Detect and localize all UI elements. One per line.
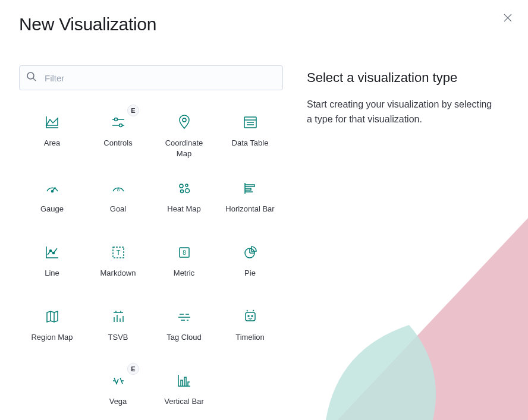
svg-text:8: 8 [183,250,186,256]
svg-point-10 [185,189,189,193]
viz-timelion[interactable]: Timelion [217,301,283,356]
controls-icon [109,113,128,132]
viz-label: Data Table [232,138,269,149]
viz-label: TSVB [108,332,128,343]
filter-wrap [19,65,283,90]
svg-point-19 [248,315,249,317]
instructions-heading: Select a visualization type [307,70,509,86]
vertical-bar-icon [175,371,194,390]
viz-tsvb[interactable]: TSVB [85,301,151,356]
viz-label: Vega [109,396,127,407]
viz-heat-map[interactable]: Heat Map [151,173,217,228]
gauge-icon [43,179,62,198]
viz-markdown[interactable]: T Markdown [85,237,151,292]
viz-label: Controls [103,138,132,149]
close-icon [504,14,512,22]
timelion-icon [241,307,260,326]
tag-cloud-icon [175,307,194,326]
viz-metric[interactable]: 8 Metric [151,237,217,292]
map-pin-icon [175,113,194,132]
viz-vega[interactable]: E Vega [85,365,151,420]
heatmap-icon [175,179,194,198]
svg-point-7 [180,184,183,188]
experimental-badge: E [127,363,139,375]
viz-label: Gauge [40,204,64,214]
svg-point-1 [114,118,117,121]
viz-tag-cloud[interactable]: Tag Cloud [151,301,217,356]
svg-point-20 [252,315,253,317]
data-table-icon [241,113,260,132]
viz-label: Coordinate Map [158,138,211,159]
page-title: New Visualization [0,0,528,34]
main-container: Area E Controls Coordinate Map Data [0,51,528,420]
viz-label: Area [44,138,60,149]
svg-point-3 [183,118,186,122]
viz-label: Region Map [31,332,73,343]
markdown-icon: T [109,243,128,262]
viz-label: Tag Cloud [166,332,202,343]
svg-point-8 [186,184,188,187]
svg-point-5 [51,191,53,192]
viz-label: Goal [110,204,126,214]
region-map-icon [43,307,62,326]
viz-label: Timelion [235,332,265,343]
right-panel: Select a visualization type Start creati… [307,65,509,420]
vega-icon [109,371,128,390]
svg-text:8: 8 [117,187,120,192]
viz-label: Metric [174,268,194,279]
metric-icon: 8 [175,243,194,262]
filter-input[interactable] [19,65,283,90]
area-chart-icon [43,113,62,132]
experimental-badge: E [127,105,139,116]
tsvb-icon [109,307,128,326]
left-panel: Area E Controls Coordinate Map Data [19,65,283,420]
viz-label: Pie [244,268,256,279]
horizontal-bar-icon [241,179,260,198]
viz-coordinate-map[interactable]: Coordinate Map [151,107,217,163]
viz-label: Horizontal Bar [225,204,274,214]
pie-chart-icon [241,243,260,262]
goal-icon: 8 [109,179,128,198]
viz-label: Line [45,268,59,279]
viz-controls[interactable]: E Controls [85,107,151,163]
viz-label: Heat Map [167,204,200,214]
svg-point-2 [119,124,122,127]
viz-label: Markdown [100,268,136,279]
svg-point-12 [52,252,54,254]
viz-area[interactable]: Area [19,107,85,163]
viz-gauge[interactable]: Gauge [19,173,85,228]
viz-region-map[interactable]: Region Map [19,301,85,356]
svg-point-11 [49,250,51,252]
viz-line[interactable]: Line [19,237,85,292]
close-button[interactable] [502,12,514,24]
viz-pie[interactable]: Pie [217,237,283,292]
viz-goal[interactable]: 8 Goal [85,173,151,228]
viz-grid: Area E Controls Coordinate Map Data [19,107,283,420]
viz-data-table[interactable]: Data Table [217,107,283,163]
viz-label: Vertical Bar [164,396,203,407]
instructions-body: Start creating your visualization by sel… [307,97,497,127]
line-chart-icon [43,243,62,262]
viz-vertical-bar[interactable]: Vertical Bar [151,365,217,420]
svg-rect-18 [246,312,255,321]
svg-point-9 [180,190,183,193]
svg-text:T: T [116,249,120,256]
viz-horizontal-bar[interactable]: Horizontal Bar [217,173,283,228]
